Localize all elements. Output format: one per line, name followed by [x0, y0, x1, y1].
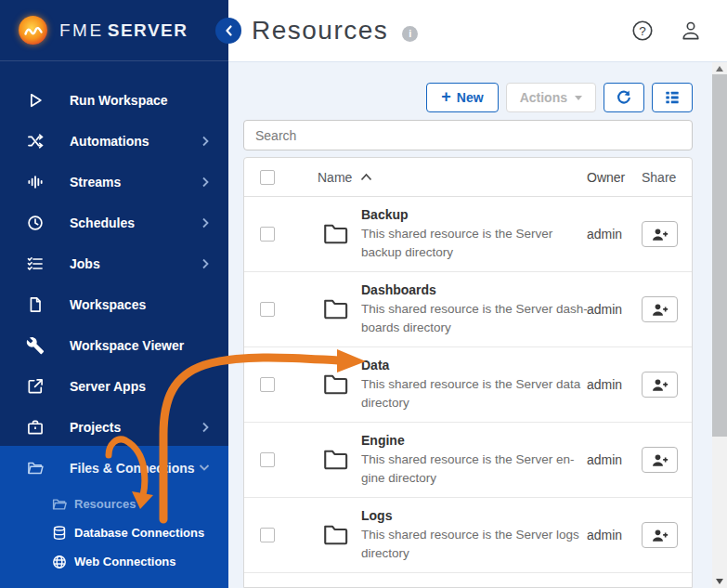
refresh-icon — [615, 88, 633, 107]
chevron-up-icon — [360, 173, 372, 181]
plus-icon: + — [441, 87, 451, 107]
select-all-checkbox[interactable] — [260, 170, 275, 185]
person-add-icon — [651, 302, 669, 318]
sidebar-collapse-button[interactable] — [215, 18, 241, 44]
launch-icon — [26, 377, 45, 396]
person-add-icon — [651, 452, 669, 468]
chevron-left-icon — [225, 25, 233, 36]
scroll-down-arrow-icon[interactable] — [712, 575, 727, 588]
resource-description: This shared resource is the Server en-gi… — [361, 451, 575, 488]
row-checkbox[interactable] — [260, 227, 275, 242]
chevron-right-icon — [201, 217, 210, 229]
svg-text:?: ? — [639, 24, 646, 38]
resource-description: This shared resource is the Server logsd… — [361, 526, 579, 563]
sidebar: FME SERVER Run Workspace Automations Str… — [0, 0, 228, 588]
sidebar-item-workspace-viewer[interactable]: Workspace Viewer — [0, 325, 228, 366]
shuffle-icon — [26, 132, 45, 150]
play-icon — [26, 91, 45, 110]
sidebar-item-workspaces[interactable]: Workspaces — [0, 284, 228, 325]
database-icon — [51, 525, 68, 542]
folder-icon — [322, 448, 350, 472]
folder-icon — [322, 222, 350, 246]
column-header-owner: Owner — [587, 170, 642, 185]
sidebar-item-files-and-connections[interactable]: Files & Connections — [0, 446, 228, 490]
sidebar-item-run-workspace[interactable]: Run Workspace — [0, 80, 228, 121]
wrench-icon — [26, 336, 45, 355]
caret-down-icon — [575, 96, 582, 100]
person-add-icon — [651, 528, 669, 543]
fme-logo-ball-icon — [19, 16, 47, 45]
scroll-up-arrow-icon[interactable] — [712, 62, 727, 75]
open-folder-icon — [26, 459, 45, 477]
chevron-right-icon — [201, 258, 210, 269]
row-checkbox[interactable] — [260, 302, 275, 317]
folder-icon — [322, 372, 350, 397]
chevron-right-icon — [201, 176, 210, 188]
sidebar-nav: Run Workspace Automations Streams Schedu… — [0, 61, 228, 448]
table-row-engine[interactable]: Engine This shared resource is the Serve… — [244, 423, 692, 498]
resource-owner: admin — [587, 227, 642, 242]
globe-icon — [51, 554, 68, 570]
sidebar-item-streams[interactable]: Streams — [0, 162, 228, 203]
sidebar-item-web-connections[interactable]: Web Connections — [0, 547, 228, 576]
view-options-button[interactable] — [652, 83, 693, 112]
main-content: + New Actions Name — [228, 62, 727, 588]
resource-owner: admin — [587, 377, 642, 392]
new-button[interactable]: + New — [426, 83, 498, 112]
resource-owner: admin — [587, 452, 642, 467]
share-button[interactable] — [642, 447, 678, 473]
page-title: Resources — [252, 16, 388, 46]
sidebar-item-resources[interactable]: Resources — [0, 490, 228, 518]
info-icon[interactable]: i — [402, 26, 418, 42]
sidebar-section-files-connections: Files & Connections Resources Database C… — [0, 446, 228, 588]
vertical-scrollbar[interactable] — [712, 62, 727, 588]
folder-icon — [322, 297, 350, 321]
row-checkbox[interactable] — [260, 452, 275, 467]
share-button[interactable] — [642, 372, 678, 398]
resource-description: This shared resource is the Server dash-… — [361, 300, 587, 337]
person-add-icon — [651, 377, 669, 393]
sidebar-item-server-apps[interactable]: Server Apps — [0, 366, 228, 407]
resource-name: Backup — [361, 207, 552, 222]
table-row-backup[interactable]: Backup This shared resource is the Serve… — [244, 197, 692, 272]
clock-icon — [26, 214, 45, 232]
share-button[interactable] — [642, 221, 678, 247]
app-logo[interactable]: FME SERVER — [0, 0, 228, 61]
row-checkbox[interactable] — [260, 377, 275, 392]
sidebar-item-schedules[interactable]: Schedules — [0, 203, 228, 243]
chevron-right-icon — [201, 136, 210, 147]
search-input[interactable] — [243, 120, 693, 150]
toolbar: + New Actions — [426, 83, 693, 112]
row-checkbox[interactable] — [260, 528, 275, 542]
topbar: Resources i ? — [228, 0, 727, 62]
scrollbar-thumb[interactable] — [712, 74, 727, 437]
refresh-button[interactable] — [604, 83, 644, 112]
briefcase-icon — [26, 418, 45, 437]
sidebar-item-projects[interactable]: Projects — [0, 407, 228, 448]
resource-owner: admin — [587, 528, 642, 542]
chevron-down-icon — [199, 464, 210, 472]
task-list-icon — [26, 255, 45, 273]
column-header-name[interactable]: Name — [318, 170, 372, 185]
table-header: Name Owner Share — [244, 158, 692, 197]
folder-icon — [322, 523, 350, 547]
resource-name: Data — [361, 358, 580, 372]
actions-button[interactable]: Actions — [506, 83, 596, 112]
search-bar — [243, 120, 693, 150]
table-row-data[interactable]: Data This shared resource is the Server … — [244, 347, 692, 423]
sidebar-item-automations[interactable]: Automations — [0, 121, 228, 162]
resource-description: This shared resource is the Server datad… — [361, 375, 580, 412]
column-header-share: Share — [642, 170, 692, 185]
document-icon — [26, 295, 45, 314]
user-icon[interactable] — [679, 19, 703, 43]
share-button[interactable] — [642, 296, 678, 322]
help-icon[interactable]: ? — [630, 19, 655, 43]
resource-name: Dashboards — [361, 282, 587, 297]
table-row-logs[interactable]: Logs This shared resource is the Server … — [244, 498, 692, 573]
open-folder-icon — [51, 496, 68, 513]
table-row-dashboards[interactable]: Dashboards This shared resource is the S… — [244, 272, 692, 347]
sidebar-item-database-connections[interactable]: Database Connections — [0, 518, 228, 547]
resource-name: Engine — [361, 433, 575, 448]
share-button[interactable] — [642, 522, 678, 548]
sidebar-item-jobs[interactable]: Jobs — [0, 243, 228, 284]
